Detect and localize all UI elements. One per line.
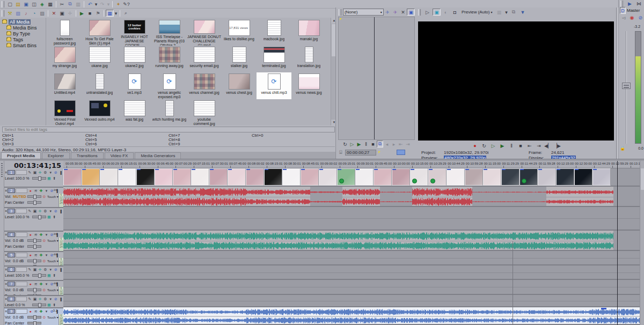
- media-item[interactable]: okane2.jpg: [117, 46, 152, 72]
- vol-slider[interactable]: [27, 260, 41, 262]
- media-item[interactable]: security email.jpg: [187, 46, 222, 72]
- quality-dropdown-icon[interactable]: ▾: [491, 10, 492, 14]
- timeline-timecode-display[interactable]: 00:13:41;15: [4, 161, 63, 169]
- vol-slider[interactable]: [27, 239, 41, 242]
- video-event-thumb[interactable]: [428, 168, 447, 186]
- media-item[interactable]: youtube comment.jpg: [187, 99, 222, 126]
- pan-slider[interactable]: [27, 245, 41, 248]
- track-name-area[interactable]: [16, 267, 27, 272]
- record-icon[interactable]: ●: [471, 142, 479, 149]
- trimmer-audio-icon[interactable]: [397, 150, 405, 155]
- start-preview-icon[interactable]: ▶: [78, 10, 86, 17]
- tree-item-tags[interactable]: Tags: [0, 36, 46, 42]
- stop-icon[interactable]: ■: [517, 142, 525, 149]
- tree-item-media-bins[interactable]: Media Bins: [0, 25, 46, 31]
- media-item[interactable]: terminated.jpg: [257, 46, 291, 72]
- media-item[interactable]: ⟳venus angelic exposed.mp3: [152, 72, 187, 99]
- master-mixer-icon[interactable]: ⋈: [635, 0, 643, 7]
- loop-playback-icon[interactable]: ↻: [480, 142, 488, 149]
- track-grip-icon[interactable]: ≡: [5, 268, 7, 271]
- track-content-7[interactable]: [63, 280, 640, 295]
- project-media-icon[interactable]: ▦: [46, 1, 54, 8]
- search-icon[interactable]: ⌕: [122, 10, 130, 17]
- pause-icon[interactable]: ‖: [508, 142, 516, 149]
- level-slider[interactable]: [32, 216, 46, 218]
- video-event-thumb[interactable]: [447, 168, 465, 186]
- whats-this-help-icon[interactable]: ✎?: [122, 1, 130, 8]
- video-event-thumb[interactable]: [246, 168, 264, 186]
- tab-transitions[interactable]: Transitions: [71, 152, 104, 159]
- overlays-icon[interactable]: ▦: [495, 9, 503, 16]
- track-content-8[interactable]: [63, 295, 640, 307]
- track-header-3[interactable]: ≡3✎▣✛⚙▾⊘❚Level:100.0 %▦⬆: [4, 208, 63, 232]
- extract-audio-icon[interactable]: ♪: [22, 10, 30, 17]
- timeline-scrollbar[interactable]: [640, 161, 644, 325]
- video-event-thumb[interactable]: [319, 168, 337, 186]
- media-item[interactable]: ISS Timelapse - Planets Rising (03 Ottob…: [152, 19, 187, 46]
- media-item[interactable]: Untitled.mp4: [47, 72, 82, 99]
- timeline-ruler[interactable]: 00:05:30:0000:05:45:0000:06:00:2900:06:1…: [63, 161, 640, 168]
- open-icon[interactable]: ▤: [14, 1, 22, 8]
- preview-quality-dropdown[interactable]: Preview (Auto) ▾: [460, 9, 494, 16]
- tab-media-generators[interactable]: Media Generators: [135, 152, 181, 159]
- vol-slider[interactable]: [27, 289, 41, 291]
- track-name-area[interactable]: [16, 232, 27, 237]
- track-grip-icon[interactable]: ≡: [5, 189, 7, 193]
- track-grip-icon[interactable]: ≡: [5, 233, 7, 237]
- get-media-web-icon[interactable]: ◔: [30, 10, 38, 17]
- media-item[interactable]: Vexxed Final Outro!.mp4: [47, 99, 82, 126]
- master-bus-icon[interactable]: D: [620, 7, 626, 14]
- trimmer-play-start-icon[interactable]: ▷: [349, 141, 355, 147]
- track-content-1[interactable]: [63, 168, 640, 187]
- media-item[interactable]: fullscreen password.jpg: [47, 19, 82, 46]
- copy-icon[interactable]: ⧉: [66, 1, 74, 8]
- track-name-area[interactable]: [16, 253, 27, 257]
- track-grip-icon[interactable]: ≡: [5, 309, 7, 313]
- media-item[interactable]: witch hunting me.jpg: [152, 99, 187, 126]
- master-fader[interactable]: [621, 31, 632, 144]
- track-name-area[interactable]: [16, 309, 27, 314]
- trimmer-next-frame-icon[interactable]: ▸: [391, 141, 397, 147]
- track-header-9[interactable]: ≡9●≋✚▾⊘❚Vol:0.0 dB⊙Touch ▾Pan:Center-3.2…: [4, 308, 63, 325]
- copy-snapshot-icon[interactable]: ⧉: [509, 9, 517, 16]
- track-content-2[interactable]: [63, 187, 640, 207]
- level-slider[interactable]: [32, 177, 46, 180]
- timeline-cursor[interactable]: [617, 161, 618, 325]
- tree-item-all-media[interactable]: All Media: [0, 19, 46, 25]
- pan-slider[interactable]: [27, 322, 41, 324]
- wave-red-event[interactable]: [63, 187, 640, 207]
- project-video-props-icon[interactable]: ▷: [423, 9, 431, 16]
- next-frame-icon[interactable]: ▕▶: [553, 142, 561, 149]
- video-event-thumb[interactable]: [501, 168, 519, 186]
- media-item[interactable]: was fat.jpg: [117, 99, 152, 126]
- tab-project-media[interactable]: Project Media: [1, 152, 41, 159]
- preview-grip[interactable]: [418, 9, 421, 16]
- tab-explorer[interactable]: Explorer: [42, 152, 70, 159]
- touch-dropdown[interactable]: Touch ▾: [47, 288, 58, 292]
- trimmer-remove-icon[interactable]: ✕: [399, 9, 407, 16]
- track-content-6[interactable]: [63, 265, 640, 280]
- trimmer-prev-frame-icon[interactable]: ◂: [384, 141, 390, 147]
- media-item[interactable]: macbook.jpg: [257, 19, 291, 46]
- touch-dropdown[interactable]: Touch ▾: [47, 195, 58, 198]
- master-lock-icon[interactable]: 🔒: [620, 146, 625, 151]
- wave-blue-event[interactable]: [63, 307, 640, 325]
- master-speaker-icon[interactable]: ◅: [620, 14, 627, 21]
- toolbar-grip[interactable]: [2, 1, 4, 8]
- pan-slider[interactable]: [27, 201, 41, 204]
- trimmer-overlay-icon[interactable]: ⧉: [377, 141, 383, 147]
- split-screen-icon[interactable]: ◐: [442, 9, 450, 16]
- video-event-thumb[interactable]: [592, 168, 611, 186]
- play-from-start-icon[interactable]: ▷: [489, 142, 497, 149]
- preview-quality-icon[interactable]: ◘: [451, 9, 459, 16]
- media-item[interactable]: Vexxed outro.mp4: [82, 99, 117, 126]
- video-event-thumb[interactable]: [556, 168, 574, 186]
- video-event-thumb[interactable]: [173, 168, 191, 186]
- go-to-end-icon[interactable]: ⇥: [535, 142, 543, 149]
- media-toolbar-grip[interactable]: [2, 10, 4, 17]
- trimmer-plugin-icon[interactable]: ✈: [391, 9, 399, 16]
- preview-video-display[interactable]: [418, 21, 614, 141]
- track-content-9[interactable]: [63, 307, 640, 325]
- master-grip[interactable]: [620, 1, 623, 7]
- track-header-5[interactable]: ≡5●≋✚▾⊘❚Vol:0.0 dB⊙Touch ▾Pan:Center-inf…: [4, 252, 63, 267]
